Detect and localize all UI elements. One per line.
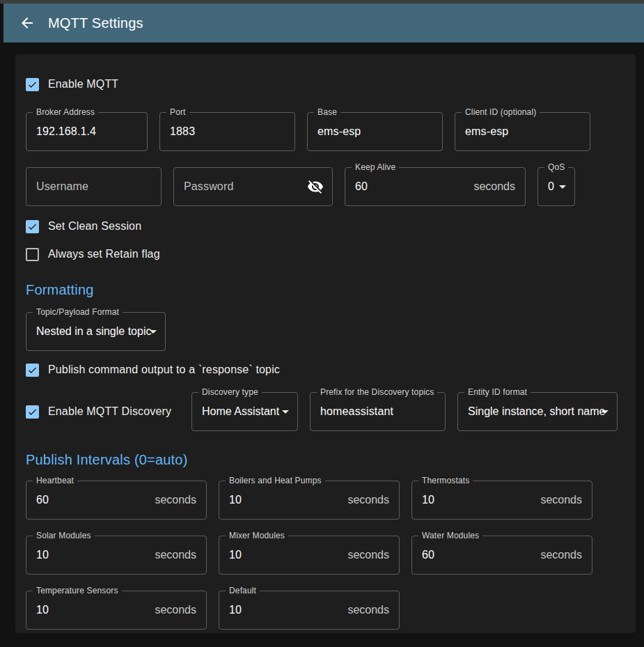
dropdown-arrow-icon <box>282 410 289 414</box>
seconds-suffix: seconds <box>155 604 206 616</box>
password-visibility-toggle[interactable] <box>307 178 324 195</box>
page-title: MQTT Settings <box>48 15 143 31</box>
enable-mqtt-checkbox[interactable] <box>26 78 39 91</box>
enable-discovery-row: Enable MQTT Discovery <box>26 405 180 419</box>
clean-session-checkbox[interactable] <box>26 220 39 233</box>
enable-discovery-checkbox[interactable] <box>26 405 39 419</box>
base-input[interactable] <box>308 125 442 138</box>
back-arrow-icon <box>19 15 36 31</box>
interval-heartbeat-field: Heartbeat seconds <box>26 481 207 520</box>
seconds-suffix: seconds <box>347 604 399 616</box>
interval-label: Boilers and Heat Pumps <box>226 476 325 486</box>
client-id-input[interactable] <box>455 125 590 138</box>
check-icon <box>27 406 38 418</box>
topic-format-label: Topic/Payload Format <box>33 307 123 318</box>
discovery-prefix-input[interactable] <box>311 405 445 418</box>
retain-flag-label: Always set Retain flag <box>48 248 160 260</box>
publish-response-row: Publish command output to a `response` t… <box>26 361 625 379</box>
seconds-suffix: seconds <box>347 549 399 561</box>
interval-solar-input[interactable] <box>26 549 155 561</box>
base-label: Base <box>314 107 340 118</box>
discovery-type-select[interactable]: Discovery type Home Assistant <box>191 392 298 431</box>
enable-mqtt-row: Enable MQTT <box>26 75 625 93</box>
settings-card: Enable MQTT Broker Address Port Base Cli… <box>15 54 636 633</box>
entity-id-format-label: Entity ID format <box>464 387 531 398</box>
credentials-row: Keep Alive seconds QoS 0 <box>26 167 625 206</box>
username-input[interactable] <box>26 180 161 193</box>
client-id-label: Client ID (optional) <box>462 107 540 118</box>
clean-session-row: Set Clean Session <box>26 217 625 235</box>
visibility-off-icon <box>307 178 324 195</box>
dropdown-arrow-icon <box>559 185 566 189</box>
keep-alive-input[interactable] <box>345 180 473 193</box>
port-label: Port <box>166 107 189 118</box>
seconds-suffix: seconds <box>347 494 399 506</box>
section-heading-formatting: Formatting <box>26 281 625 298</box>
enable-mqtt-label: Enable MQTT <box>48 78 118 91</box>
keep-alive-field: Keep Alive seconds <box>345 167 526 206</box>
qos-select[interactable]: QoS 0 <box>537 167 575 206</box>
qos-label: QoS <box>544 162 568 173</box>
interval-default-field: Default seconds <box>219 591 400 630</box>
interval-label: Temperature Sensors <box>33 586 122 596</box>
discovery-row: Enable MQTT Discovery Discovery type Hom… <box>26 392 625 431</box>
interval-label: Solar Modules <box>33 531 95 541</box>
keep-alive-suffix: seconds <box>473 180 525 193</box>
interval-temperature-input[interactable] <box>26 604 155 616</box>
enable-discovery-label: Enable MQTT Discovery <box>48 405 171 418</box>
seconds-suffix: seconds <box>155 494 206 506</box>
interval-thermostats-input[interactable] <box>412 494 540 506</box>
publish-response-checkbox[interactable] <box>26 364 39 377</box>
base-field: Base <box>307 112 443 151</box>
seconds-suffix: seconds <box>540 494 592 506</box>
port-input[interactable] <box>160 125 294 138</box>
interval-default-input[interactable] <box>219 604 347 616</box>
check-icon <box>27 221 38 233</box>
interval-water-field: Water Modules seconds <box>411 536 592 575</box>
broker-row: Broker Address Port Base Client ID (opti… <box>26 112 625 151</box>
publish-response-label: Publish command output to a `response` t… <box>48 364 280 376</box>
clean-session-label: Set Clean Session <box>48 220 141 233</box>
retain-flag-row: Always set Retain flag <box>26 245 625 263</box>
username-field <box>26 167 162 206</box>
seconds-suffix: seconds <box>155 549 206 561</box>
topic-format-row: Topic/Payload Format Nested in a single … <box>26 312 625 351</box>
interval-solar-field: Solar Modules seconds <box>26 536 207 575</box>
interval-mixer-field: Mixer Modules seconds <box>219 536 400 575</box>
seconds-suffix: seconds <box>540 549 592 561</box>
interval-label: Mixer Modules <box>226 531 288 541</box>
back-button[interactable] <box>19 15 36 31</box>
password-field <box>173 167 333 206</box>
interval-label: Thermostats <box>418 476 473 486</box>
interval-boilers-input[interactable] <box>219 494 347 506</box>
keep-alive-label: Keep Alive <box>352 162 399 173</box>
broker-address-field: Broker Address <box>26 112 148 151</box>
section-heading-publish-intervals: Publish Intervals (0=auto) <box>26 451 625 468</box>
discovery-type-label: Discovery type <box>198 387 262 398</box>
interval-mixer-input[interactable] <box>219 549 347 561</box>
client-id-field: Client ID (optional) <box>455 112 590 151</box>
interval-label: Heartbeat <box>33 476 77 486</box>
entity-id-format-select[interactable]: Entity ID format Single instance, short … <box>457 392 618 431</box>
discovery-prefix-label: Prefix for the Discovery topics <box>317 387 437 398</box>
broker-address-input[interactable] <box>26 125 147 138</box>
qos-value: 0 <box>538 180 578 193</box>
broker-address-label: Broker Address <box>33 107 98 118</box>
discovery-prefix-field: Prefix for the Discovery topics <box>310 392 446 431</box>
port-field: Port <box>159 112 295 151</box>
dropdown-arrow-icon <box>150 330 157 334</box>
retain-flag-checkbox[interactable] <box>26 248 39 261</box>
check-icon <box>27 364 38 376</box>
interval-thermostats-field: Thermostats seconds <box>411 481 592 520</box>
interval-water-input[interactable] <box>412 549 540 561</box>
interval-label: Default <box>226 586 260 596</box>
interval-label: Water Modules <box>418 531 482 541</box>
check-icon <box>27 79 38 91</box>
app-bar: MQTT Settings <box>3 3 644 42</box>
topic-format-select[interactable]: Topic/Payload Format Nested in a single … <box>26 312 166 351</box>
dropdown-arrow-icon <box>602 410 608 414</box>
interval-heartbeat-input[interactable] <box>26 494 155 506</box>
interval-boilers-field: Boilers and Heat Pumps seconds <box>219 481 400 520</box>
publish-intervals-grid: Heartbeat seconds Boilers and Heat Pumps… <box>26 481 625 630</box>
interval-temperature-field: Temperature Sensors seconds <box>26 591 207 630</box>
